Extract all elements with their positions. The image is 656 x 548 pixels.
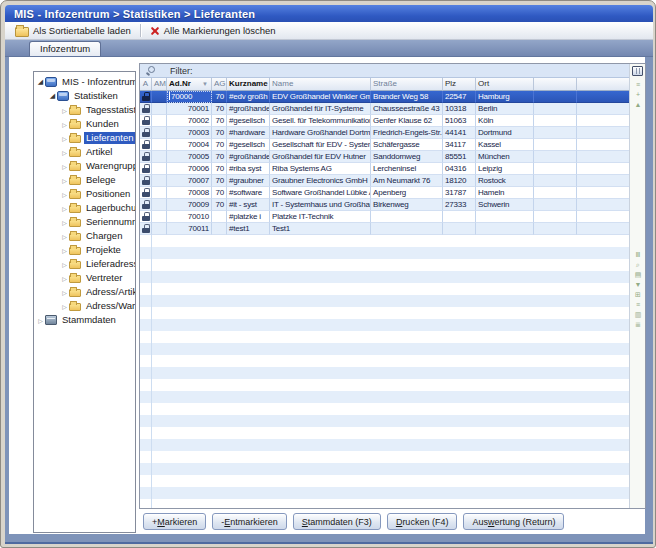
tree-item-lagerbuchungen[interactable]: ▷Lagerbuchungen <box>34 201 135 215</box>
collapsed-arrow-icon[interactable]: ▷ <box>60 303 69 310</box>
tree-item-tagesstatistik[interactable]: ▷Tagesstatistik <box>34 103 135 117</box>
expanded-arrow-icon[interactable]: ◢ <box>48 92 57 100</box>
table-row[interactable]: 7000170#großhandeGroßhandel für IT-Syste… <box>140 103 629 115</box>
column-header-label: AM <box>154 78 166 90</box>
rail-icon[interactable]: ≡ <box>636 300 640 310</box>
table-row[interactable]: 7000570#großhandeGroßhandel für EDV Hutn… <box>140 151 629 163</box>
table-row[interactable]: 70011#test1Test1 <box>140 223 629 235</box>
column-header-plz[interactable]: Plz <box>443 78 476 91</box>
column-header-ad-nr[interactable]: Ad.Nr▼ <box>167 78 212 91</box>
collapsed-arrow-icon[interactable]: ▷ <box>60 121 69 128</box>
cell-extra <box>534 163 577 175</box>
filter-label: Filter: <box>170 66 193 76</box>
clear-marks-button[interactable]: Alle Markierungen löschen <box>145 23 281 39</box>
column-chooser-icon[interactable] <box>632 66 643 76</box>
tree-item-statistiken[interactable]: ◢Statistiken <box>34 89 135 103</box>
table-row[interactable]: 7000270#gesellschGesell. für Telekommuni… <box>140 115 629 127</box>
column-header-blank-9[interactable] <box>534 78 577 91</box>
table-row[interactable]: 7000070#edv großhEDV Großhandel Winkler … <box>140 91 629 103</box>
tree-item-kunden[interactable]: ▷Kunden <box>34 117 135 131</box>
tree-item-mis-infozentrum[interactable]: ◢MIS - Infozentrum <box>34 75 135 89</box>
grid-body: 7000070#edv großhEDV Großhandel Winkler … <box>140 91 629 508</box>
filter-row[interactable]: Filter: <box>140 64 629 78</box>
table-row[interactable]: 7000670#riba systRiba Systems AGLercheni… <box>140 163 629 175</box>
rail-icon[interactable]: ≣ <box>635 320 641 330</box>
tree-item-lieferadressen[interactable]: ▷Lieferadressen <box>34 257 135 271</box>
table-row[interactable]: 7000870#softwareSoftware Großhandel Lübk… <box>140 187 629 199</box>
collapsed-arrow-icon[interactable]: ▷ <box>60 191 69 198</box>
table-row[interactable]: 7000370#hardwareHardware Großhandel Dort… <box>140 127 629 139</box>
collapsed-arrow-icon[interactable]: ▷ <box>60 149 69 156</box>
tree-item-positionen[interactable]: ▷Positionen <box>34 187 135 201</box>
rail-icon[interactable]: ▤ <box>635 270 642 280</box>
tree-item-stammdaten[interactable]: ▷Stammdaten <box>34 313 135 327</box>
collapsed-arrow-icon[interactable]: ▷ <box>60 177 69 184</box>
button-markieren[interactable]: + Markieren <box>143 513 206 530</box>
tree-item-warengruppen[interactable]: ▷Warengruppen <box>34 159 135 173</box>
tab-infozentrum[interactable]: Infozentrum <box>29 41 101 56</box>
column-header-name[interactable]: Name <box>270 78 371 91</box>
collapsed-arrow-icon[interactable]: ▷ <box>60 205 69 212</box>
tree-item-vertreter[interactable]: ▷Vertreter <box>34 271 135 285</box>
cell-adnr: 70003 <box>167 127 212 139</box>
cell-text: 70000 <box>171 92 192 101</box>
column-header-ag[interactable]: AG <box>212 78 227 91</box>
empty-row <box>140 475 629 487</box>
table-row[interactable]: 70010#platzke iPlatzke IT-Technik <box>140 211 629 223</box>
rail-icon[interactable]: ⊞ <box>635 290 641 300</box>
column-header-kurzname[interactable]: Kurzname <box>227 78 270 91</box>
rail-icon[interactable]: ▼ <box>635 280 642 290</box>
column-header-am[interactable]: AM <box>152 78 167 91</box>
rail-icon[interactable]: Ⅲ <box>636 250 641 260</box>
cell-adnr: 70000 <box>167 91 212 103</box>
tree-item-adress-warengruppen[interactable]: ▷Adress/Warengruppen <box>34 299 135 313</box>
rail-icon[interactable]: + <box>636 90 640 100</box>
cell-ag: 70 <box>212 151 227 163</box>
button-drucken-f4[interactable]: Drucken (F4) <box>387 513 458 530</box>
folder-icon <box>69 135 81 143</box>
table-row[interactable]: 7000970#it - systIT - Systemhaus und Gro… <box>140 199 629 211</box>
collapsed-arrow-icon[interactable]: ▷ <box>60 219 69 226</box>
column-header-blank-10[interactable] <box>577 78 629 91</box>
button-stammdaten-f3[interactable]: Stammdaten (F3) <box>293 513 381 530</box>
tree-item-projekte[interactable]: ▷Projekte <box>34 243 135 257</box>
empty-lock-cell <box>140 259 152 271</box>
collapsed-arrow-icon[interactable]: ▷ <box>36 317 45 324</box>
empty-lock-cell <box>140 355 152 367</box>
button-label-part: ertung (Return) <box>494 517 555 527</box>
lock-icon <box>142 188 150 197</box>
collapsed-arrow-icon[interactable]: ▷ <box>60 275 69 282</box>
tree-item-belege[interactable]: ▷Belege <box>34 173 135 187</box>
collapsed-arrow-icon[interactable]: ▷ <box>60 135 69 142</box>
collapsed-arrow-icon[interactable]: ▷ <box>60 261 69 268</box>
expanded-arrow-icon[interactable]: ◢ <box>36 78 45 86</box>
collapsed-arrow-icon[interactable]: ▷ <box>60 289 69 296</box>
tree-item-chargen[interactable]: ▷Chargen <box>34 229 135 243</box>
tree-item-adress-artikel[interactable]: ▷Adress/Artikel <box>34 285 135 299</box>
column-header-straße[interactable]: Straße <box>371 78 443 91</box>
tree-item-artikel[interactable]: ▷Artikel <box>34 145 135 159</box>
rail-icon[interactable]: ≡ <box>636 80 640 90</box>
table-row[interactable]: 7000770#graubnerGraubner Electronics Gmb… <box>140 175 629 187</box>
rail-icon[interactable]: ▥ <box>635 310 642 320</box>
button-entmarkieren[interactable]: - Entmarkieren <box>212 513 287 530</box>
empty-row <box>140 235 629 247</box>
tree-item-lieferanten[interactable]: ▷Lieferanten <box>34 131 135 145</box>
button-auswertung-return[interactable]: Auswertung (Return) <box>463 513 564 530</box>
folder-icon <box>69 107 81 115</box>
rail-icon[interactable]: ⌕ <box>636 260 640 270</box>
tree-item-label: Artikel <box>84 146 114 158</box>
rail-icon[interactable]: ▲ <box>635 100 642 110</box>
load-sort-table-button[interactable]: Als Sortiertabelle laden <box>10 23 136 39</box>
tree-item-label: Vertreter <box>84 272 124 284</box>
collapsed-arrow-icon[interactable]: ▷ <box>60 247 69 254</box>
cell-extra <box>534 103 577 115</box>
table-row[interactable]: 7000470#gesellschGesellschaft für EDV - … <box>140 139 629 151</box>
column-header-ort[interactable]: Ort <box>476 78 534 91</box>
tree-item-seriennummern[interactable]: ▷Seriennummern <box>34 215 135 229</box>
column-header-a[interactable]: A <box>140 78 152 91</box>
collapsed-arrow-icon[interactable]: ▷ <box>60 107 69 114</box>
collapsed-arrow-icon[interactable]: ▷ <box>60 233 69 240</box>
cell-am <box>152 115 167 127</box>
collapsed-arrow-icon[interactable]: ▷ <box>60 163 69 170</box>
